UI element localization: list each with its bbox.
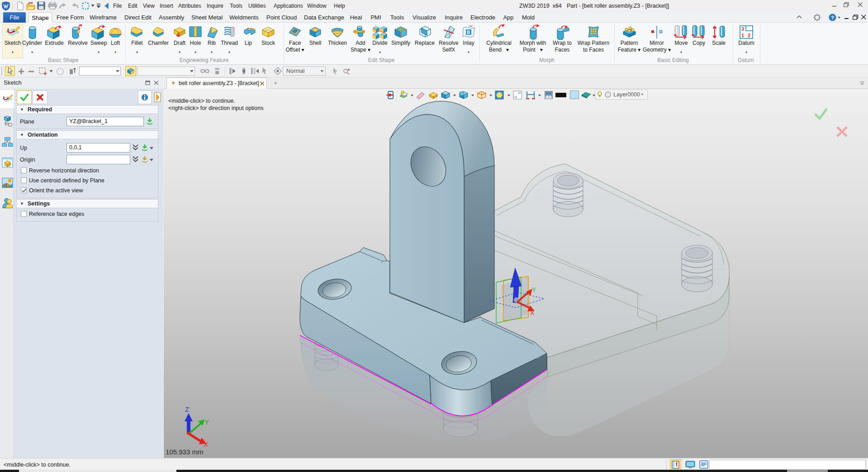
svg-text:105.933 mm: 105.933 mm (166, 448, 203, 456)
svg-text:Y: Y (532, 286, 536, 293)
svg-text:?: ? (831, 15, 834, 20)
svg-text:Y: Y (204, 418, 209, 426)
svg-text:X: X (204, 440, 208, 448)
svg-text:X: X (530, 309, 535, 316)
svg-text:B: B (467, 30, 470, 35)
svg-text:Z: Z (185, 405, 189, 413)
